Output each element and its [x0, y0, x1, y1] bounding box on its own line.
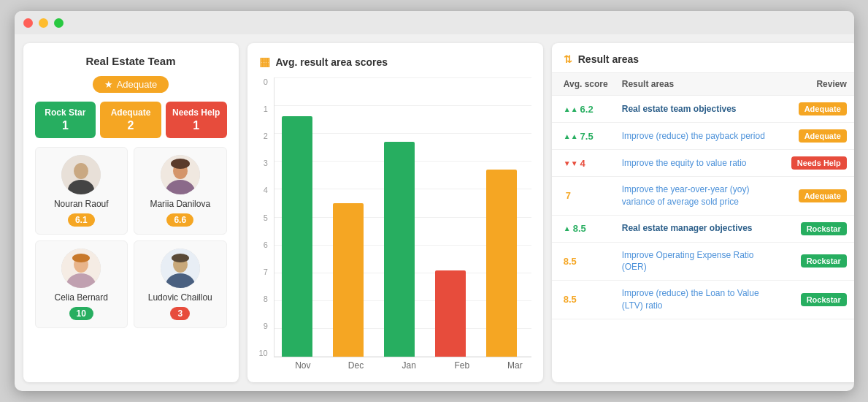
- stat-count-2: 1: [170, 119, 223, 132]
- table-row[interactable]: 8.5 Improve Operating Expense Ratio (OER…: [552, 243, 854, 281]
- review-5: Rockstar: [781, 254, 847, 268]
- score-nouran: 6.1: [68, 213, 95, 227]
- arrow-icon-4: ▲: [564, 224, 571, 232]
- chart-title-text: Avg. result area scores: [276, 56, 388, 68]
- score-ludovic: 3: [170, 307, 190, 320]
- stat-label-2: Needs Help: [170, 107, 223, 118]
- bar-mar-rect: [486, 170, 517, 357]
- bar-dec-rect: [333, 203, 364, 357]
- bar-nov-rect: [282, 116, 312, 357]
- svg-point-10: [72, 254, 90, 262]
- x-label-feb: Feb: [445, 360, 478, 371]
- main-content: Real Estate Team ★ Adequate Rock Star 1 …: [15, 34, 854, 391]
- stat-label-1: Adequate: [104, 107, 157, 118]
- svg-point-1: [74, 163, 88, 179]
- table-row[interactable]: 7 Improve the year-over-year (yoy) varia…: [552, 177, 854, 216]
- col-name: Result areas: [622, 79, 781, 89]
- member-ludovic[interactable]: Ludovic Chaillou 3: [134, 240, 227, 328]
- left-panel: Real Estate Team ★ Adequate Rock Star 1 …: [23, 43, 239, 382]
- bar-dec: [333, 77, 364, 357]
- avatar-celia: [61, 249, 101, 288]
- bar-mar: [486, 77, 517, 357]
- col-review: Review: [781, 79, 847, 89]
- stat-count-1: 2: [104, 119, 157, 132]
- x-label-jan: Jan: [393, 360, 426, 371]
- score-1: ▲▲ 7.5: [564, 131, 622, 142]
- table-row[interactable]: 8.5 Improve (reduce) the Loan to Value (…: [552, 281, 854, 319]
- member-nouran[interactable]: Nouran Raouf 6.1: [35, 147, 128, 235]
- avatar-nouran: [61, 155, 101, 194]
- x-axis: Nov Dec Jan Feb Mar: [259, 357, 531, 371]
- x-label-dec: Dec: [339, 360, 372, 371]
- bar-feb: [435, 77, 466, 357]
- score-4: ▲ 8.5: [564, 223, 622, 234]
- stats-row: Rock Star 1 Adequate 2 Needs Help 1: [35, 102, 227, 138]
- score-5: 8.5: [564, 256, 622, 267]
- maximize-button[interactable]: [54, 18, 64, 28]
- name-celia: Celia Bernard: [55, 292, 108, 303]
- member-celia[interactable]: Celia Bernard 10: [35, 240, 128, 328]
- review-6: Rockstar: [781, 293, 847, 306]
- result-name-2: Improve the equity to value ratio: [622, 157, 781, 170]
- minimize-button[interactable]: [39, 18, 48, 28]
- titlebar: [15, 11, 854, 34]
- avatar-ludovic: [161, 249, 200, 288]
- score-celia: 10: [69, 307, 93, 320]
- app-window: Real Estate Team ★ Adequate Rock Star 1 …: [15, 11, 854, 391]
- bar-nov: [282, 77, 312, 357]
- score-3: 7: [564, 190, 622, 201]
- team-title: Real Estate Team: [85, 55, 175, 67]
- name-ludovic: Ludovic Chaillou: [148, 292, 212, 303]
- arrow-icon-1: ▲▲: [564, 132, 578, 140]
- table-row[interactable]: ▲▲ 6.2 Real estate team objectives Adequ…: [552, 96, 854, 123]
- col-score: Avg. score: [564, 79, 622, 89]
- chart-icon: ▦: [259, 55, 270, 69]
- x-label-mar: Mar: [499, 360, 531, 371]
- score-mariia: 6.6: [166, 213, 193, 227]
- score-0: ▲▲ 6.2: [564, 104, 622, 115]
- table-row[interactable]: ▼▼ 4 Improve the equity to value ratio N…: [552, 150, 854, 177]
- table-body: ▲▲ 6.2 Real estate team objectives Adequ…: [552, 96, 854, 382]
- table-row[interactable]: ▲▲ 7.5 Improve (reduce) the payback peri…: [552, 123, 854, 150]
- review-4: Rockstar: [781, 222, 847, 235]
- stat-count-0: 1: [39, 119, 92, 132]
- adequate-stat: Adequate 2: [100, 102, 161, 138]
- table-header: Avg. score Result areas Review: [552, 73, 854, 96]
- results-panel: ⇅ Result areas Avg. score Result areas R…: [552, 43, 854, 382]
- result-name-0: Real estate team objectives: [622, 103, 781, 115]
- result-name-3: Improve the year-over-year (yoy) varianc…: [622, 183, 781, 208]
- team-grid: Nouran Raouf 6.1 Mariia Danilova 6.6: [35, 147, 227, 328]
- overall-badge: ★ Adequate: [93, 76, 169, 93]
- star-icon: ★: [104, 79, 113, 90]
- result-name-5: Improve Operating Expense Ratio (OER): [622, 249, 781, 274]
- bar-feb-rect: [435, 270, 466, 357]
- score-2: ▼▼ 4: [564, 158, 622, 169]
- results-icon: ⇅: [564, 53, 572, 65]
- name-mariia: Mariia Danilova: [150, 199, 210, 209]
- member-mariia[interactable]: Mariia Danilova 6.6: [134, 147, 227, 235]
- review-3: Adequate: [781, 189, 847, 202]
- y-axis: 10 9 8 7 6 5 4 3 2 1 0: [259, 77, 274, 357]
- x-label-nov: Nov: [287, 360, 320, 371]
- chart-panel: ▦ Avg. result area scores 10 9 8 7 6 5 4: [247, 43, 543, 382]
- svg-point-6: [171, 159, 190, 169]
- rockstar-stat: Rock Star 1: [35, 102, 96, 138]
- result-name-1: Improve (reduce) the payback period: [622, 130, 781, 143]
- badge-label: Adequate: [117, 79, 158, 90]
- svg-point-14: [172, 254, 189, 262]
- bars-container: [274, 77, 531, 357]
- results-header: ⇅ Result areas: [552, 43, 854, 73]
- table-row[interactable]: ▲ 8.5 Real estate manager objectives Roc…: [552, 216, 854, 243]
- review-2: Needs Help: [781, 156, 847, 170]
- arrow-icon-0: ▲▲: [564, 105, 578, 113]
- needshelp-stat: Needs Help 1: [166, 102, 227, 138]
- avatar-mariia: [161, 155, 200, 194]
- chart-title-row: ▦ Avg. result area scores: [259, 55, 531, 69]
- stat-label-0: Rock Star: [39, 107, 92, 118]
- arrow-icon-2: ▼▼: [564, 159, 578, 167]
- review-1: Adequate: [781, 129, 847, 143]
- review-0: Adequate: [781, 102, 847, 115]
- close-button[interactable]: [23, 18, 33, 28]
- results-title: Result areas: [578, 53, 639, 65]
- name-nouran: Nouran Raouf: [54, 199, 109, 209]
